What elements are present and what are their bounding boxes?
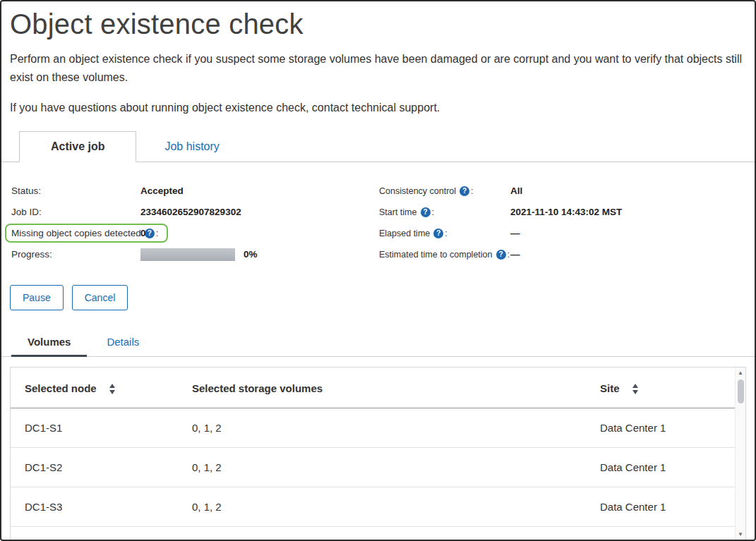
help-icon[interactable]: ? (421, 207, 431, 217)
estimated-completion-label: Estimated time to completion ? : (379, 250, 510, 260)
page: Object existence check Perform an object… (0, 0, 756, 541)
job-id-row: Job ID: 2334602652907829302 (11, 202, 379, 223)
cell-volumes: 0, 1, 2 (178, 408, 586, 448)
consistency-value: All (510, 186, 522, 196)
missing-copies-label-text: Missing object copies detected (11, 228, 141, 238)
cell-volumes: 0, 1, 2 (178, 487, 586, 527)
job-actions: Pause Cancel (10, 285, 755, 310)
job-id-label: Job ID: (11, 207, 140, 217)
consistency-row: Consistency control ? : All (379, 181, 755, 202)
scrollbar-thumb[interactable] (738, 379, 744, 403)
scroll-up-icon[interactable]: ▲ (736, 367, 745, 378)
consistency-label: Consistency control ? : (379, 186, 510, 196)
colon: : (156, 228, 159, 238)
cell-node: DC1-S1 (11, 408, 178, 448)
status-row: Status: Accepted (11, 181, 379, 202)
missing-copies-row: Missing object copies detected ? : 0 (11, 223, 379, 244)
help-icon[interactable]: ? (433, 229, 443, 238)
cell-site: Data Center 1 (586, 487, 735, 527)
header-selected-node[interactable]: Selected node (11, 367, 178, 408)
header-selected-volumes-label: Selected storage volumes (192, 382, 323, 394)
job-id-value: 2334602652907829302 (140, 207, 241, 217)
estimated-completion-label-text: Estimated time to completion (379, 250, 493, 260)
cell-node: DC1-S2 (11, 448, 178, 487)
tab-job-history[interactable]: Job history (136, 132, 247, 162)
consistency-label-text: Consistency control (379, 186, 456, 196)
start-time-label-text: Start time (379, 207, 417, 217)
estimated-completion-row: Estimated time to completion ? : — (379, 244, 755, 265)
job-tabs: Active job Job history (1, 131, 755, 162)
table-row: DC1-S3 0, 1, 2 Data Center 1 (11, 487, 735, 527)
progress-label: Progress: (11, 249, 140, 260)
colon: : (508, 250, 510, 260)
volumes-table: Selected node Selected storage volumes S… (11, 367, 735, 528)
intro-paragraph: Perform an object existence check if you… (10, 50, 745, 86)
support-paragraph: If you have questions about running obje… (10, 99, 745, 117)
start-time-row: Start time ? : 2021-11-10 14:43:02 MST (379, 202, 755, 223)
status-label: Status: (11, 186, 140, 196)
scroll-down-icon[interactable]: ▼ (736, 529, 745, 540)
subtab-volumes[interactable]: Volumes (11, 329, 87, 357)
sort-icon (632, 384, 638, 394)
subtab-details[interactable]: Details (87, 329, 159, 356)
detail-subtabs: Volumes Details (1, 329, 755, 357)
start-time-label: Start time ? : (379, 207, 510, 217)
elapsed-time-value: — (510, 228, 520, 238)
header-site-label: Site (600, 382, 620, 394)
header-selected-node-label: Selected node (25, 382, 97, 394)
volumes-table-card: Selected node Selected storage volumes S… (10, 367, 746, 540)
cell-site: Data Center 1 (586, 448, 735, 487)
tab-active-job[interactable]: Active job (19, 131, 136, 162)
progress-bar (140, 248, 235, 261)
table-row: DC1-S2 0, 1, 2 Data Center 1 (11, 448, 735, 487)
missing-copies-label: Missing object copies detected ? : (11, 228, 140, 238)
estimated-completion-value: — (510, 249, 520, 260)
colon: : (471, 186, 473, 196)
start-time-value: 2021-11-10 14:43:02 MST (510, 207, 622, 217)
details-left-column: Status: Accepted Job ID: 233460265290782… (11, 181, 379, 265)
colon: : (432, 207, 434, 217)
cell-node: DC1-S3 (11, 487, 178, 527)
vertical-scrollbar[interactable]: ▲ ▼ (735, 367, 745, 540)
header-selected-volumes: Selected storage volumes (178, 367, 586, 408)
help-icon[interactable]: ? (496, 250, 506, 260)
pause-button[interactable]: Pause (10, 285, 64, 310)
missing-copies-value: 0 (140, 228, 146, 238)
colon: : (445, 229, 447, 238)
page-title: Object existence check (10, 8, 755, 40)
cancel-button[interactable]: Cancel (72, 285, 128, 310)
cell-site: Data Center 1 (586, 408, 735, 448)
job-details: Status: Accepted Job ID: 233460265290782… (1, 162, 755, 265)
help-icon[interactable]: ? (460, 186, 469, 196)
elapsed-time-row: Elapsed time ? : — (379, 223, 755, 244)
table-header-row: Selected node Selected storage volumes S… (11, 367, 735, 408)
details-right-column: Consistency control ? : All Start time ?… (379, 181, 755, 265)
sort-icon (109, 384, 115, 394)
progress-percent: 0% (244, 249, 258, 260)
elapsed-time-label: Elapsed time ? : (379, 229, 510, 238)
help-icon[interactable]: ? (145, 229, 155, 238)
cell-volumes: 0, 1, 2 (178, 448, 586, 487)
elapsed-time-label-text: Elapsed time (379, 229, 430, 238)
header-site[interactable]: Site (586, 367, 735, 408)
status-value: Accepted (140, 186, 184, 196)
progress-row: Progress: 0% (11, 244, 379, 265)
table-row: DC1-S1 0, 1, 2 Data Center 1 (11, 408, 735, 448)
